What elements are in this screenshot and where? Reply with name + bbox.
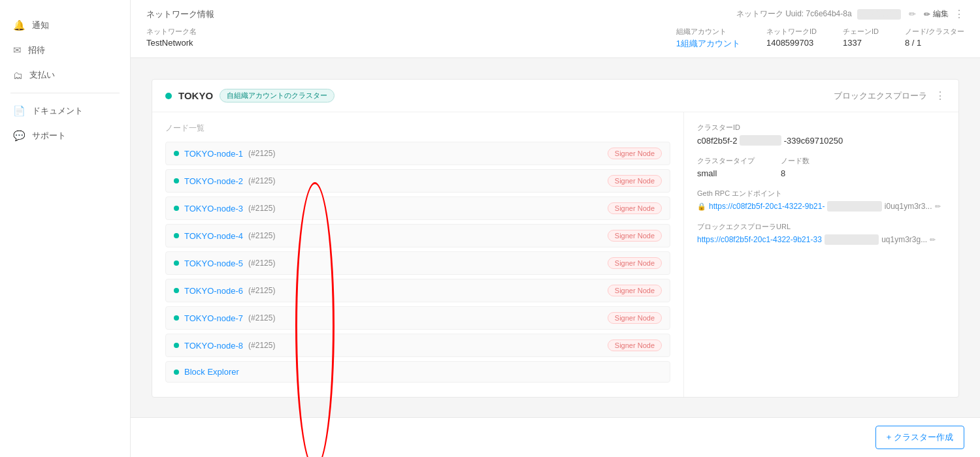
sidebar-item-payment[interactable]: 🗂 支払い xyxy=(0,63,130,87)
copy-geth-rpc-icon[interactable]: ✏ xyxy=(935,202,941,211)
block-explorer-item: Block Explorer xyxy=(165,361,670,383)
table-row: TOKYO-node-1 (#2125) Signer Node xyxy=(165,142,670,165)
cluster-title-left: TOKYO 自組織アカウントのクラスター xyxy=(165,89,335,102)
signer-badge: Signer Node xyxy=(608,148,662,159)
block-explorer-dot xyxy=(174,370,179,375)
cluster-type-label: クラスタータイプ xyxy=(697,156,755,166)
cluster-section: TOKYO 自組織アカウントのクラスター ブロックエクスプローラ ⋮ ノード一覧 xyxy=(152,79,959,398)
network-header-top: ネットワーク情報 ネットワーク Uuid: 7c6e64b4-8a 43d86c… xyxy=(146,8,964,20)
block-explorer-link[interactable]: Block Explorer xyxy=(184,367,239,377)
document-icon: 📄 xyxy=(13,105,25,117)
create-cluster-button[interactable]: + クラスター作成 xyxy=(875,426,964,449)
node-link[interactable]: TOKYO-node-1 xyxy=(184,149,243,159)
sidebar-item-label: 支払い xyxy=(29,69,55,81)
block-explorer-url-label: ブロックエクスプローラURL xyxy=(697,222,945,232)
geth-rpc-ellipsis: i0uq1ym3r3... xyxy=(885,202,932,211)
mail-icon: ✉ xyxy=(13,44,22,56)
cluster-type-value: small xyxy=(697,168,755,178)
node-link[interactable]: TOKYO-node-2 xyxy=(184,176,243,186)
edit-network-button[interactable]: ✏ 編集 xyxy=(924,8,949,20)
geth-rpc-masked xyxy=(827,201,881,212)
support-icon: 💬 xyxy=(13,130,25,142)
stat-network-id: ネットワークID 1408599703 xyxy=(766,27,817,50)
node-item-left: TOKYO-node-4 (#2125) xyxy=(174,231,275,241)
org-account-value[interactable]: 1組織アカウント xyxy=(676,39,740,48)
block-explorer-header-link[interactable]: ブロックエクスプローラ xyxy=(834,90,927,102)
block-explorer-url[interactable]: https://c08f2b5f-20c1-4322-9b21-33 xyxy=(697,235,822,244)
node-status-dot xyxy=(174,178,179,183)
sidebar-item-label: ドキュメント xyxy=(32,105,83,117)
block-explorer-url-masked xyxy=(825,234,879,245)
node-num: (#2125) xyxy=(248,286,275,295)
node-num: (#2125) xyxy=(248,313,275,323)
sidebar: 🔔 通知 ✉ 招待 🗂 支払い 📄 ドキュメント 💬 サポート xyxy=(0,0,131,457)
node-status-dot xyxy=(174,233,179,238)
node-link[interactable]: TOKYO-node-3 xyxy=(184,204,243,213)
sidebar-item-label: 招待 xyxy=(28,44,45,56)
stat-chain-id: チェーンID 1337 xyxy=(843,27,879,50)
node-status-dot xyxy=(174,260,179,266)
cluster-badge: 自組織アカウントのクラスター xyxy=(220,89,335,102)
pencil-icon: ✏ xyxy=(924,10,930,19)
node-link[interactable]: TOKYO-node-6 xyxy=(184,286,243,296)
geth-rpc-url[interactable]: https://c08f2b5f-20c1-4322-9b21- xyxy=(709,202,825,211)
cluster-id-masked xyxy=(740,135,781,146)
stat-node-cluster: ノード/クラスター 8 / 1 xyxy=(905,27,964,50)
network-info-row: ネットワーク名 TestNetwork 組織アカウント 1組織アカウント ネット… xyxy=(146,27,964,50)
node-item-left: TOKYO-node-2 (#2125) xyxy=(174,176,275,186)
node-list-title: ノード一覧 xyxy=(165,123,670,134)
chain-id-label: チェーンID xyxy=(843,27,879,37)
table-row: TOKYO-node-2 (#2125) Signer Node xyxy=(165,169,670,193)
signer-badge: Signer Node xyxy=(608,285,662,296)
node-item-left: TOKYO-node-6 (#2125) xyxy=(174,286,275,296)
node-item-left: TOKYO-node-3 (#2125) xyxy=(174,204,275,213)
node-link[interactable]: TOKYO-node-4 xyxy=(184,231,243,241)
sidebar-item-invite[interactable]: ✉ 招待 xyxy=(0,38,130,63)
sidebar-item-label: 通知 xyxy=(32,20,49,31)
block-explorer-url-section: ブロックエクスプローラURL https://c08f2b5f-20c1-432… xyxy=(697,222,945,245)
cluster-status-dot xyxy=(165,93,172,99)
node-count-block: ノード数 8 xyxy=(781,156,809,178)
cluster-type-row: クラスタータイプ small ノード数 8 xyxy=(697,156,945,178)
node-cluster-value: 8 / 1 xyxy=(905,38,964,48)
cluster-id-value: c08f2b5f-2 xyxy=(697,136,737,146)
node-num: (#2125) xyxy=(248,231,275,240)
copy-uuid-icon[interactable]: ✏ xyxy=(906,8,919,20)
sidebar-item-label: サポート xyxy=(32,130,66,142)
cluster-id-section: クラスターID c08f2b5f-2 -339c69710250 xyxy=(697,123,945,146)
sidebar-item-notification[interactable]: 🔔 通知 xyxy=(0,13,130,38)
geth-rpc-label: Geth RPC エンドポイント xyxy=(697,189,945,198)
node-num: (#2125) xyxy=(248,149,275,158)
cluster-type-block: クラスタータイプ small xyxy=(697,156,755,178)
cluster-header: TOKYO 自組織アカウントのクラスター ブロックエクスプローラ ⋮ xyxy=(152,80,958,112)
network-stats: 組織アカウント 1組織アカウント ネットワークID 1408599703 チェー… xyxy=(676,27,964,50)
node-status-dot xyxy=(174,343,179,348)
geth-rpc-row: 🔒 https://c08f2b5f-20c1-4322-9b21- i0uq1… xyxy=(697,201,945,212)
notification-icon: 🔔 xyxy=(13,20,25,31)
node-link[interactable]: TOKYO-node-7 xyxy=(184,313,243,323)
node-num: (#2125) xyxy=(248,204,275,213)
network-more-button[interactable]: ⋮ xyxy=(954,8,964,20)
sidebar-item-document[interactable]: 📄 ドキュメント xyxy=(0,99,130,123)
node-num: (#2125) xyxy=(248,341,275,350)
table-row: TOKYO-node-3 (#2125) Signer Node xyxy=(165,197,670,220)
footer: + クラスター作成 xyxy=(131,417,980,457)
payment-icon: 🗂 xyxy=(13,70,23,81)
sidebar-divider xyxy=(10,93,120,93)
cluster-body: ノード一覧 TOKYO-node-1 (#2125) Signer Node xyxy=(152,112,958,397)
signer-badge: Signer Node xyxy=(608,339,662,351)
org-account-label: 組織アカウント xyxy=(676,27,740,37)
node-item-left: TOKYO-node-1 (#2125) xyxy=(174,149,275,159)
node-link[interactable]: TOKYO-node-8 xyxy=(184,341,243,351)
cluster-more-button[interactable]: ⋮ xyxy=(935,89,945,102)
sidebar-item-support[interactable]: 💬 サポート xyxy=(0,123,130,148)
node-status-dot xyxy=(174,206,179,211)
node-status-dot xyxy=(174,151,179,156)
cluster-name: TOKYO xyxy=(178,90,213,101)
signer-badge: Signer Node xyxy=(608,312,662,324)
network-id-label: ネットワークID xyxy=(766,27,817,37)
signer-badge: Signer Node xyxy=(608,257,662,269)
node-link[interactable]: TOKYO-node-5 xyxy=(184,259,243,268)
copy-block-explorer-icon[interactable]: ✏ xyxy=(930,236,936,244)
block-explorer-url-row: https://c08f2b5f-20c1-4322-9b21-33 uq1ym… xyxy=(697,234,945,245)
